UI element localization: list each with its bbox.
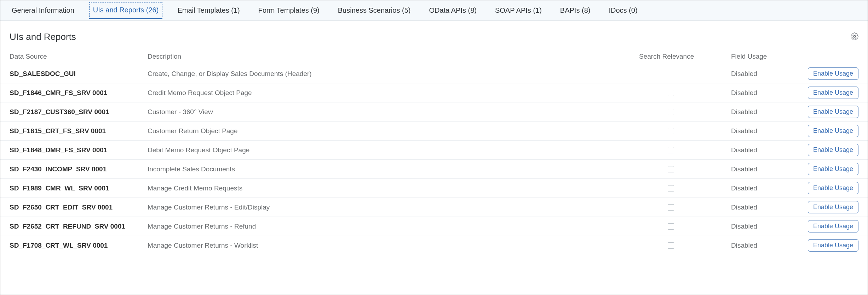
search-relevance-cell xyxy=(639,204,731,211)
description-cell: Manage Credit Memo Requests xyxy=(148,184,639,192)
section-header: UIs and Reports xyxy=(0,21,868,49)
action-cell: Enable Usage xyxy=(798,182,858,194)
search-relevance-cell xyxy=(639,185,731,191)
data-source-cell: SD_F1708_CRT_WL_SRV 0001 xyxy=(10,242,148,249)
app-frame: General InformationUIs and Reports (26)E… xyxy=(0,0,868,295)
column-header-description[interactable]: Description xyxy=(148,53,639,60)
enable-usage-button[interactable]: Enable Usage xyxy=(808,125,858,137)
tab-label: UIs and Reports (26) xyxy=(93,6,159,14)
search-relevance-checkbox[interactable] xyxy=(668,185,674,191)
action-cell: Enable Usage xyxy=(798,106,858,118)
enable-usage-button[interactable]: Enable Usage xyxy=(808,87,858,99)
action-cell: Enable Usage xyxy=(798,201,858,213)
field-usage-cell: Disabled xyxy=(731,203,798,211)
field-usage-cell: Disabled xyxy=(731,242,798,249)
table-row[interactable]: SD_SALESDOC_GUICreate, Change, or Displa… xyxy=(0,64,868,83)
data-source-cell: SD_SALESDOC_GUI xyxy=(10,70,148,78)
enable-usage-button[interactable]: Enable Usage xyxy=(808,144,858,156)
search-relevance-cell xyxy=(639,166,731,172)
tab-label: OData APIs (8) xyxy=(429,6,477,14)
description-cell: Customer - 360° View xyxy=(148,108,639,116)
table-body: SD_SALESDOC_GUICreate, Change, or Displa… xyxy=(0,64,868,255)
column-header-data-source[interactable]: Data Source xyxy=(10,53,148,60)
description-cell: Credit Memo Request Object Page xyxy=(148,89,639,97)
tab-bapis-8[interactable]: BAPIs (8) xyxy=(551,0,600,21)
data-source-cell: SD_F1846_CMR_FS_SRV 0001 xyxy=(10,89,148,97)
field-usage-cell: Disabled xyxy=(731,165,798,173)
action-cell: Enable Usage xyxy=(798,87,858,99)
tab-label: Form Templates (9) xyxy=(258,6,320,14)
tab-idocs-0[interactable]: IDocs (0) xyxy=(599,0,646,21)
data-source-cell: SD_F1815_CRT_FS_SRV 0001 xyxy=(10,127,148,135)
data-source-cell: SD_F2430_INCOMP_SRV 0001 xyxy=(10,165,148,173)
field-usage-cell: Disabled xyxy=(731,70,798,78)
tab-odata-apis-8[interactable]: OData APIs (8) xyxy=(420,0,486,21)
table-row[interactable]: SD_F2650_CRT_EDIT_SRV 0001Manage Custome… xyxy=(0,198,868,217)
description-cell: Debit Memo Request Object Page xyxy=(148,146,639,154)
data-source-cell: SD_F2652_CRT_REFUND_SRV 0001 xyxy=(10,223,148,230)
tab-label: BAPIs (8) xyxy=(560,6,591,14)
tab-general-information[interactable]: General Information xyxy=(2,0,84,21)
enable-usage-button[interactable]: Enable Usage xyxy=(808,67,858,80)
enable-usage-button[interactable]: Enable Usage xyxy=(808,182,858,194)
tab-label: General Information xyxy=(12,6,74,14)
search-relevance-cell xyxy=(639,242,731,249)
table-header-row: Data Source Description Search Relevance… xyxy=(0,49,868,64)
table-row[interactable]: SD_F2652_CRT_REFUND_SRV 0001Manage Custo… xyxy=(0,217,868,236)
table-row[interactable]: SD_F1848_DMR_FS_SRV 0001Debit Memo Reque… xyxy=(0,141,868,160)
field-usage-cell: Disabled xyxy=(731,223,798,230)
search-relevance-checkbox[interactable] xyxy=(668,166,674,172)
action-cell: Enable Usage xyxy=(798,144,858,156)
field-usage-cell: Disabled xyxy=(731,146,798,154)
description-cell: Customer Return Object Page xyxy=(148,127,639,135)
column-header-field-usage[interactable]: Field Usage xyxy=(731,53,798,60)
search-relevance-checkbox[interactable] xyxy=(668,109,674,115)
column-header-search-relevance[interactable]: Search Relevance xyxy=(639,53,731,60)
enable-usage-button[interactable]: Enable Usage xyxy=(808,220,858,232)
search-relevance-cell xyxy=(639,109,731,115)
table-row[interactable]: SD_F1815_CRT_FS_SRV 0001Customer Return … xyxy=(0,122,868,141)
action-cell: Enable Usage xyxy=(798,239,858,252)
table-row[interactable]: SD_F2187_CUST360_SRV 0001Customer - 360°… xyxy=(0,102,868,122)
table-row[interactable]: SD_F1708_CRT_WL_SRV 0001Manage Customer … xyxy=(0,236,868,255)
tab-email-templates-1[interactable]: Email Templates (1) xyxy=(168,0,249,21)
data-source-cell: SD_F1989_CMR_WL_SRV 0001 xyxy=(10,184,148,192)
enable-usage-button[interactable]: Enable Usage xyxy=(808,201,858,213)
action-cell: Enable Usage xyxy=(798,125,858,137)
action-cell: Enable Usage xyxy=(798,163,858,175)
section-title: UIs and Reports xyxy=(10,31,76,42)
search-relevance-checkbox[interactable] xyxy=(668,128,674,134)
settings-button[interactable] xyxy=(851,33,858,42)
table-row[interactable]: SD_F2430_INCOMP_SRV 0001Incomplete Sales… xyxy=(0,160,868,179)
tab-business-scenarios-5[interactable]: Business Scenarios (5) xyxy=(329,0,420,21)
table-row[interactable]: SD_F1989_CMR_WL_SRV 0001Manage Credit Me… xyxy=(0,179,868,198)
tab-label: Email Templates (1) xyxy=(177,6,240,14)
search-relevance-cell xyxy=(639,128,731,134)
search-relevance-checkbox[interactable] xyxy=(668,242,674,249)
data-source-cell: SD_F2650_CRT_EDIT_SRV 0001 xyxy=(10,203,148,211)
description-cell: Create, Change, or Display Sales Documen… xyxy=(148,70,639,78)
tab-soap-apis-1[interactable]: SOAP APIs (1) xyxy=(486,0,551,21)
enable-usage-button[interactable]: Enable Usage xyxy=(808,239,858,252)
search-relevance-cell xyxy=(639,223,731,230)
description-cell: Manage Customer Returns - Refund xyxy=(148,223,639,230)
table-row[interactable]: SD_F1846_CMR_FS_SRV 0001Credit Memo Requ… xyxy=(0,83,868,102)
search-relevance-checkbox[interactable] xyxy=(668,147,674,153)
action-cell: Enable Usage xyxy=(798,67,858,80)
tab-label: SOAP APIs (1) xyxy=(495,6,542,14)
description-cell: Manage Customer Returns - Edit/Display xyxy=(148,203,639,211)
tab-label: Business Scenarios (5) xyxy=(338,6,411,14)
search-relevance-checkbox[interactable] xyxy=(668,90,674,96)
enable-usage-button[interactable]: Enable Usage xyxy=(808,106,858,118)
search-relevance-checkbox[interactable] xyxy=(668,204,674,211)
tab-bar: General InformationUIs and Reports (26)E… xyxy=(0,0,868,21)
search-relevance-cell xyxy=(639,90,731,96)
search-relevance-cell xyxy=(639,147,731,153)
search-relevance-checkbox[interactable] xyxy=(668,223,674,230)
field-usage-cell: Disabled xyxy=(731,127,798,135)
gear-icon xyxy=(851,33,858,40)
tab-form-templates-9[interactable]: Form Templates (9) xyxy=(249,0,329,21)
svg-point-0 xyxy=(853,35,856,37)
tab-uis-and-reports-26[interactable]: UIs and Reports (26) xyxy=(89,2,163,19)
enable-usage-button[interactable]: Enable Usage xyxy=(808,163,858,175)
